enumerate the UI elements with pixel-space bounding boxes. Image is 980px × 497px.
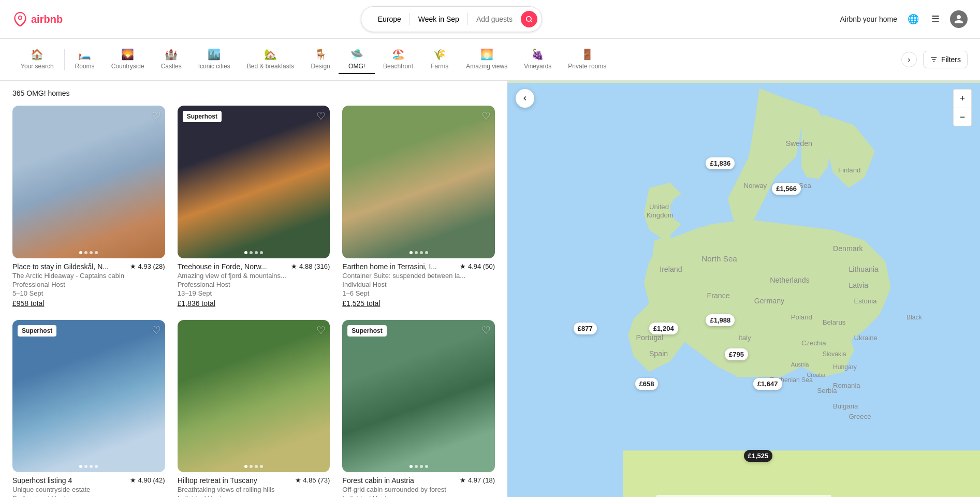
listing-card-4[interactable]: Superhost ♡ Superhost listing 4 ★ 4.90 (… [12,320,165,497]
card-image-wrap: ♡ [12,106,165,258]
price-bubble-b3[interactable]: £877 [574,323,597,334]
svg-text:Belarus: Belarus [823,318,846,326]
card-grid: ♡ Place to stay in Gildeskål, N... ★ 4.9… [12,106,495,497]
card-image [12,320,165,473]
card-subtitle: Amazing view of fjord & mountains... [178,272,330,280]
filters-button[interactable]: Filters [923,51,968,68]
countryside-icon: 🌄 [121,48,134,61]
airbnb-your-home-link[interactable]: Airbnb your home [840,15,897,23]
card-image [342,106,495,258]
sidebar-item-castles[interactable]: 🏰 Castles [153,45,190,74]
superhost-badge: Superhost [183,111,222,122]
price-bubble-b7[interactable]: £658 [635,378,659,390]
wishlist-button[interactable]: ♡ [152,110,161,122]
price-bubble-b6[interactable]: £795 [725,348,748,360]
wishlist-button[interactable]: ♡ [316,110,326,122]
card-subtitle: The Arctic Hideaway - Captains cabin [12,272,165,280]
wishlist-button[interactable]: ♡ [481,324,491,337]
sidebar-item-vineyards[interactable]: 🍇 Vineyards [516,45,560,74]
wishlist-button[interactable]: ♡ [152,324,161,337]
dot-2 [84,251,87,254]
wishlist-button[interactable]: ♡ [316,324,326,337]
card-price-total[interactable]: £958 total [12,299,45,308]
svg-text:Spain: Spain [649,349,668,358]
map-collapse-button[interactable] [516,89,534,108]
svg-text:Latvia: Latvia [849,281,868,289]
dot-1 [79,251,82,254]
cat-label-countryside: Countryside [111,63,144,70]
sidebar-item-iconic-cities[interactable]: 🏙️ Iconic cities [190,45,239,74]
search-location[interactable]: Europe [370,15,409,23]
cat-label-private-rooms: Private rooms [568,63,606,70]
dot-3 [420,465,423,468]
card-title-row: Treehouse in Forde, Norw... ★ 4.88 (316) [178,262,330,271]
sidebar-item-your-search[interactable]: 🏠 Your search [12,45,62,74]
card-image [178,320,330,473]
card-host: Professional Host [178,281,330,288]
menu-icon-btn[interactable]: ☰ [929,11,942,27]
dot-1 [79,465,82,468]
svg-text:Portugal: Portugal [636,333,664,342]
sidebar-item-countryside[interactable]: 🌄 Countryside [103,45,153,74]
listing-card-1[interactable]: ♡ Place to stay in Gildeskål, N... ★ 4.9… [12,106,165,308]
wishlist-button[interactable]: ♡ [481,110,491,122]
svg-text:Romania: Romania [833,382,860,389]
dot-3 [255,251,258,254]
globe-icon-btn[interactable]: 🌐 [905,11,921,27]
zoom-in-button[interactable]: + [953,89,972,108]
price-bubble-b2[interactable]: £1,566 [772,183,801,195]
svg-text:France: France [707,291,729,300]
dot-3 [90,465,93,468]
search-guests[interactable]: Add guests [468,15,521,23]
filters-label: Filters [941,55,961,64]
price-bubble-b8[interactable]: £1,647 [753,378,782,390]
listing-card-3[interactable]: ♡ Earthen home in Terrasini, I... ★ 4.94… [342,106,495,308]
svg-point-0 [526,17,531,21]
card-title-row: Place to stay in Gildeskål, N... ★ 4.93 … [12,262,165,271]
card-image [342,320,495,473]
cat-label-amazing-views: Amazing views [466,63,507,70]
beachfront-icon: 🏖️ [392,48,405,61]
sidebar-item-omg[interactable]: 🛸 OMG! [339,45,375,74]
sidebar-item-beachfront[interactable]: 🏖️ Beachfront [375,45,421,74]
price-bubble-b5[interactable]: £1,988 [706,314,735,326]
avatar[interactable] [950,10,968,28]
sidebar-item-private-rooms[interactable]: 🚪 Private rooms [560,45,615,74]
price-bubble-b4[interactable]: £1,204 [649,323,678,334]
sidebar-item-rooms[interactable]: 🛏️ Rooms [67,45,103,74]
listing-card-6[interactable]: Superhost ♡ Forest cabin in Austria ★ 4.… [342,320,495,497]
price-bubble-b1[interactable]: £1,836 [706,157,735,169]
search-dates[interactable]: Week in Sep [410,15,467,23]
superhost-badge: Superhost [18,325,56,337]
card-image-wrap: ♡ [342,106,495,258]
rooms-icon: 🛏️ [78,48,91,61]
card-info: Superhost listing 4 ★ 4.90 (42) Unique c… [12,476,165,497]
card-price-total[interactable]: £1,525 total [342,299,380,308]
card-image-wrap: ♡ [178,320,330,473]
svg-text:Italy: Italy [738,334,751,342]
card-subtitle: Off-grid cabin surrounded by forest [342,486,495,493]
sidebar-item-design[interactable]: 🪑 Design [302,45,339,74]
search-bar: Europe Week in Sep Add guests [361,6,542,32]
card-title: Treehouse in Forde, Norw... [178,262,289,271]
svg-text:Lithuania: Lithuania [849,265,879,273]
nav-arrow-button[interactable]: › [901,52,917,67]
sidebar-item-bed-breakfasts[interactable]: 🏡 Bed & breakfasts [239,45,302,74]
listing-card-5[interactable]: ♡ Hilltop retreat in Tuscany ★ 4.85 (73)… [178,320,330,497]
card-rating: ★ 4.90 (42) [130,476,165,484]
price-bubble-b9[interactable]: £1,525 [744,450,773,462]
category-divider [64,49,65,70]
search-button[interactable] [521,11,537,27]
dot-1 [409,251,413,254]
bed-breakfasts-icon: 🏡 [264,48,277,61]
listing-card-2[interactable]: Superhost ♡ Treehouse in Forde, Norw... … [178,106,330,308]
sidebar-item-amazing-views[interactable]: 🌅 Amazing views [458,45,516,74]
zoom-out-button[interactable]: − [953,108,972,126]
svg-text:Finland: Finland [838,166,860,174]
sidebar-item-farms[interactable]: 🌾 Farms [421,45,458,74]
main-layout: 365 OMG! homes ♡ Place to stay in Gildes… [0,81,980,497]
vineyards-icon: 🍇 [531,48,544,61]
card-price-total[interactable]: £1,836 total [178,299,215,308]
logo[interactable]: airbnb [12,11,63,27]
logo-text: airbnb [31,13,63,25]
